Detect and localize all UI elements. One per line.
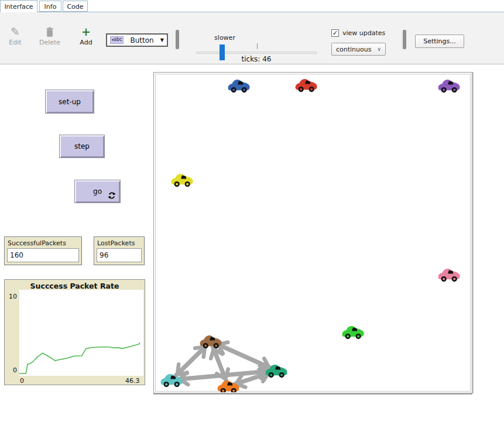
toolbar-separator [176, 30, 179, 49]
update-mode-selected: continuous [336, 46, 372, 53]
plot-success-packet-rate: Succcess Packet Rate 10 0 0 46.3 [4, 279, 145, 385]
add-label: Add [80, 39, 92, 46]
slider-center-tick [257, 43, 258, 49]
slower-label: slower [214, 34, 235, 42]
button-widget-icon: ▾abc [110, 36, 124, 44]
links-layer [172, 341, 276, 387]
monitor-successful-packets: SuccessfulPackets 160 [4, 237, 82, 265]
car-cyan [161, 374, 183, 387]
setup-button[interactable]: set-up [45, 90, 94, 114]
delete-label: Delete [39, 39, 60, 46]
widget-type-selected: Button [126, 36, 157, 44]
ticks-counter: ticks: 46 [196, 55, 317, 63]
chevron-down-icon: ∨ [377, 46, 381, 52]
view-updates-row: ✓ view updates [331, 29, 385, 37]
delete-button[interactable]: Delete [35, 25, 64, 46]
x-axis-max-label: 46.3 [125, 377, 140, 385]
toolbar: ✎ Edit Delete + Add ▾abc Button ▼ [0, 12, 504, 64]
monitor-label: SuccessfulPackets [8, 239, 66, 247]
plus-icon: + [74, 25, 98, 39]
monitor-value: 160 [7, 248, 79, 262]
setup-button-label: set-up [59, 98, 81, 106]
view-updates-label: view updates [342, 29, 385, 37]
netlogo-window: Interface Info Code ✎ Edit Delete + A [0, 0, 504, 425]
world-view[interactable] [153, 72, 472, 393]
tab-info[interactable]: Info [39, 1, 61, 12]
monitor-value: 96 [97, 248, 142, 262]
car-yellow [172, 174, 193, 187]
car-red [296, 79, 317, 92]
go-button[interactable]: go [74, 180, 121, 203]
speed-slider-track[interactable] [196, 52, 317, 54]
settings-button[interactable]: Settings... [415, 35, 464, 48]
forever-icon [108, 191, 116, 200]
toolbar-separator-2 [403, 30, 406, 49]
go-button-label: go [93, 187, 102, 196]
plot-line-canvas [19, 290, 143, 376]
pencil-icon: ✎ [4, 25, 27, 39]
tab-code[interactable]: Code [63, 1, 88, 12]
plot-area [19, 290, 143, 376]
plot-line [19, 342, 140, 373]
tab-bar: Interface Info Code [0, 0, 504, 12]
world-canvas [156, 74, 471, 392]
edit-label: Edit [9, 39, 21, 46]
view-updates-checkbox[interactable]: ✓ [331, 29, 339, 37]
add-button[interactable]: + Add [74, 25, 98, 46]
x-axis-min-label: 0 [20, 377, 24, 385]
plot-title: Succcess Packet Rate [5, 282, 145, 290]
car-violet [438, 80, 460, 92]
car-blue [228, 80, 250, 92]
y-axis-min-label: 0 [5, 366, 17, 374]
car-green [342, 326, 364, 339]
step-button-label: step [74, 142, 90, 150]
link-line [204, 347, 205, 357]
dropdown-arrow-icon: ▼ [160, 37, 164, 43]
trash-icon [35, 25, 64, 39]
update-mode-dropdown[interactable]: continuous ∨ [331, 43, 386, 56]
widget-type-dropdown[interactable]: ▾abc Button ▼ [106, 33, 168, 47]
monitor-label: LostPackets [97, 239, 135, 247]
step-button[interactable]: step [59, 135, 105, 158]
link-line [177, 364, 179, 374]
edit-button[interactable]: ✎ Edit [4, 25, 27, 46]
car-pink [438, 269, 460, 282]
y-axis-max-label: 10 [5, 293, 17, 300]
tab-interface[interactable]: Interface [0, 0, 37, 12]
monitor-lost-packets: LostPackets 96 [94, 237, 145, 265]
